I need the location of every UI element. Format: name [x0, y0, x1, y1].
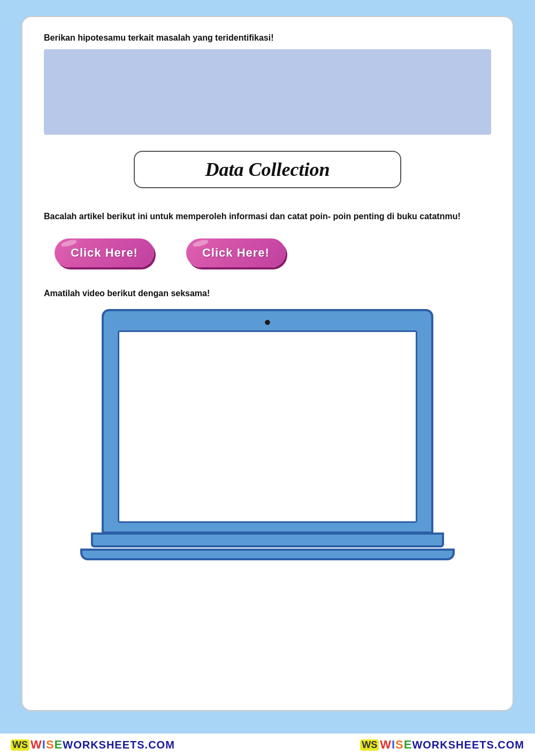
laptop-base: [91, 533, 444, 547]
section-title: Data Collection: [205, 158, 330, 181]
video-instruction: Amatilah video berikut dengan seksama!: [44, 289, 491, 298]
footer-logo-right: WS WISE WORKSHEETS.COM: [360, 738, 524, 752]
main-card: Berikan hipotesamu terkait masalah yang …: [21, 16, 514, 711]
footer-logo-text-right: WISE: [380, 738, 412, 752]
hypothesis-input-area[interactable]: [44, 49, 491, 135]
footer: WS WISE WORKSHEETS.COM WS WISE WORKSHEET…: [0, 734, 535, 756]
footer-logo-text-left: WISE: [30, 738, 63, 752]
article-instruction: Bacalah artikel berikut ini untuk memper…: [44, 210, 491, 223]
laptop-screen-inner: [118, 330, 417, 523]
click-here-label-1: Click Here!: [71, 246, 138, 260]
laptop-stand: [80, 549, 455, 560]
footer-logo-left: WS WISE WORKSHEETS.COM: [11, 738, 175, 752]
laptop-wrapper: [44, 309, 491, 560]
footer-ws-box-left: WS: [11, 739, 29, 751]
buttons-row: Click Here! Click Here!: [44, 238, 491, 267]
laptop-screen: [102, 309, 433, 534]
footer-domain-right: WORKSHEETS.COM: [412, 739, 524, 751]
hypothesis-label: Berikan hipotesamu terkait masalah yang …: [44, 33, 491, 43]
click-here-label-2: Click Here!: [202, 246, 270, 260]
footer-domain-left: WORKSHEETS.COM: [63, 739, 175, 751]
click-here-button-1[interactable]: Click Here!: [55, 238, 154, 267]
laptop-camera-icon: [265, 320, 270, 325]
section-title-wrapper: Data Collection: [44, 151, 491, 199]
section-title-box: Data Collection: [134, 151, 401, 188]
click-here-button-2[interactable]: Click Here!: [186, 238, 286, 267]
laptop-illustration: [102, 309, 433, 560]
footer-ws-box-right: WS: [360, 739, 379, 751]
